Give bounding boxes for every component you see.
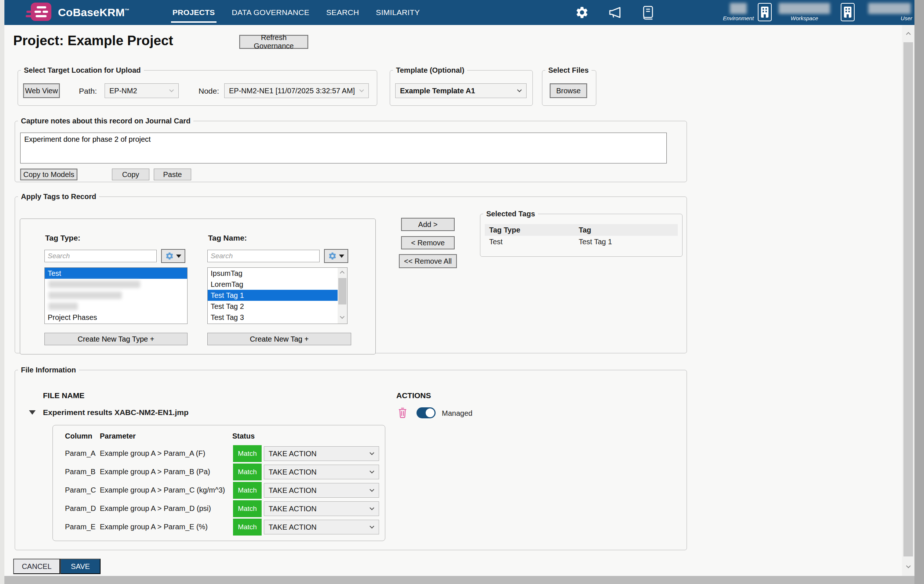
tag-type-option-redacted[interactable] — [45, 279, 187, 290]
web-view-button[interactable]: Web View — [23, 83, 60, 98]
tag-name-option[interactable]: IpsumTag — [208, 268, 338, 279]
remove-tag-button[interactable]: < Remove — [401, 236, 455, 250]
action-value: TAKE ACTION — [269, 505, 317, 513]
book-icon[interactable] — [641, 5, 655, 20]
tag-name-option[interactable]: LoremTag — [208, 279, 338, 290]
page-title: Project: Example Project — [13, 33, 173, 48]
template-section: Template (Optional) Example Template A1 — [390, 66, 533, 106]
status-header: Status — [232, 432, 255, 440]
scroll-up-icon[interactable] — [340, 271, 345, 275]
parameter-mapping-panel: Column Parameter Status Param_A Example … — [53, 425, 385, 541]
workspace-name-redacted — [779, 3, 830, 14]
tag-type-search-input[interactable] — [45, 250, 157, 262]
window-right-edge — [914, 0, 924, 584]
nav-item-similarity[interactable]: SIMILARITY — [376, 0, 420, 25]
trash-icon[interactable] — [397, 407, 408, 420]
browse-button[interactable]: Browse — [550, 83, 587, 98]
take-action-select[interactable]: TAKE ACTION — [264, 501, 379, 516]
parameter-row: Param_B Example group A > Param_B (Pa) M… — [53, 463, 385, 481]
tag-type-option[interactable]: Project Phases — [45, 312, 187, 323]
parameter-row: Param_E Example group A > Param_E (%) Ma… — [53, 518, 385, 536]
template-select[interactable]: Example Template A1 — [395, 83, 526, 98]
brand-logo-icon — [26, 2, 53, 23]
chevron-down-icon — [370, 450, 374, 455]
scroll-down-icon[interactable] — [902, 561, 914, 573]
param-column: Param_A — [65, 449, 96, 458]
refresh-governance-button[interactable]: Refresh Governance — [239, 35, 308, 49]
action-value: TAKE ACTION — [269, 450, 317, 458]
actions-header: ACTIONS — [396, 391, 431, 400]
param-mapping: Example group A > Param_C (kg/m^3) — [100, 486, 225, 495]
horizontal-scrollbar[interactable] — [4, 576, 914, 584]
chevron-down-icon — [517, 88, 522, 92]
scroll-down-icon[interactable] — [340, 314, 345, 319]
path-value: EP-NM2 — [109, 87, 137, 95]
tag-name-settings-button[interactable] — [324, 249, 348, 263]
chevron-down-icon — [169, 88, 174, 92]
megaphone-icon[interactable] — [608, 5, 622, 20]
building-icon[interactable] — [758, 3, 772, 21]
tag-name-option[interactable]: Test Tag 2 — [208, 301, 338, 312]
nav-item-search[interactable]: SEARCH — [326, 0, 359, 25]
nav-item-projects[interactable]: PROJECTS — [172, 0, 215, 25]
collapse-triangle-icon[interactable] — [29, 410, 36, 415]
selected-tags-row[interactable]: Test Test Tag 1 — [485, 236, 678, 248]
create-tag-button[interactable]: Create New Tag + — [207, 333, 351, 345]
copy-button[interactable]: Copy — [112, 169, 149, 180]
cancel-button[interactable]: CANCEL — [13, 559, 60, 574]
take-action-select[interactable]: TAKE ACTION — [264, 483, 379, 498]
tag-type-label: Tag Type: — [45, 233, 80, 242]
param-column: Param_D — [65, 504, 96, 513]
selected-tags-col-tagtype: Tag Type — [485, 224, 579, 236]
take-action-select[interactable]: TAKE ACTION — [264, 446, 379, 461]
tag-name-list-scrollbar[interactable] — [338, 268, 347, 324]
tag-name-label: Tag Name: — [208, 233, 247, 242]
file-name: Experiment results XABC-NM2-EN1.jmp — [43, 408, 189, 417]
select-files-section: Select Files Browse — [542, 66, 596, 106]
window-left-edge — [0, 0, 4, 584]
take-action-select[interactable]: TAKE ACTION — [264, 465, 379, 479]
path-select[interactable]: EP-NM2 — [105, 83, 179, 98]
action-value: TAKE ACTION — [269, 486, 317, 495]
chevron-down-icon — [370, 469, 374, 473]
tag-type-settings-button[interactable] — [161, 249, 185, 263]
scrollbar-thumb[interactable] — [903, 42, 913, 556]
tag-type-option-redacted[interactable] — [45, 301, 187, 312]
tag-name-option[interactable]: Test Tag 3 — [208, 312, 338, 323]
vertical-scrollbar[interactable] — [902, 25, 914, 576]
brand: CoBaseKRM™ — [26, 2, 130, 23]
gear-icon[interactable] — [575, 5, 589, 20]
chevron-down-icon — [370, 487, 374, 492]
managed-toggle[interactable] — [416, 407, 436, 419]
toggle-knob — [426, 409, 434, 417]
paste-button[interactable]: Paste — [154, 169, 191, 180]
tag-picker-panel: Tag Type: Test Project Phases Create New… — [20, 218, 376, 354]
nav-item-data-governance[interactable]: DATA GOVERNANCE — [232, 0, 309, 25]
status-badge: Match — [233, 519, 262, 536]
status-badge: Match — [233, 500, 262, 517]
tag-name-option[interactable]: Test Tag 1 — [208, 290, 338, 301]
scrollbar-thumb[interactable] — [338, 278, 346, 304]
copy-to-models-button[interactable]: Copy to Models — [20, 169, 78, 180]
node-label: Node: — [198, 87, 219, 96]
scroll-up-icon[interactable] — [902, 28, 914, 40]
param-column: Param_B — [65, 468, 96, 476]
take-action-select[interactable]: TAKE ACTION — [264, 520, 379, 534]
add-tag-button[interactable]: Add > — [401, 218, 455, 231]
main-content: Project: Example Project Refresh Governa… — [4, 25, 902, 576]
tag-type-option[interactable]: Test — [45, 268, 187, 279]
tag-name-search-input[interactable] — [207, 250, 320, 262]
action-value: TAKE ACTION — [269, 523, 317, 531]
building-icon[interactable] — [841, 3, 855, 21]
target-location-section: Select Target Location for Upload Web Vi… — [18, 66, 377, 106]
journal-notes-input[interactable]: Experiment done for phase 2 of project — [20, 132, 667, 164]
create-tag-type-button[interactable]: Create New Tag Type + — [45, 333, 188, 345]
tag-type-option-redacted[interactable] — [45, 290, 187, 301]
brand-trademark: ™ — [125, 8, 130, 13]
selected-tag-value: Test Tag 1 — [579, 236, 678, 248]
save-button[interactable]: SAVE — [60, 559, 101, 574]
param-mapping: Example group A > Param_A (F) — [100, 449, 205, 458]
node-select[interactable]: EP-NM2-NE1 [11/07/2025 3:32:57 AM] — [224, 83, 369, 98]
user-name-redacted — [868, 3, 911, 14]
remove-all-tags-button[interactable]: << Remove All — [399, 254, 457, 268]
